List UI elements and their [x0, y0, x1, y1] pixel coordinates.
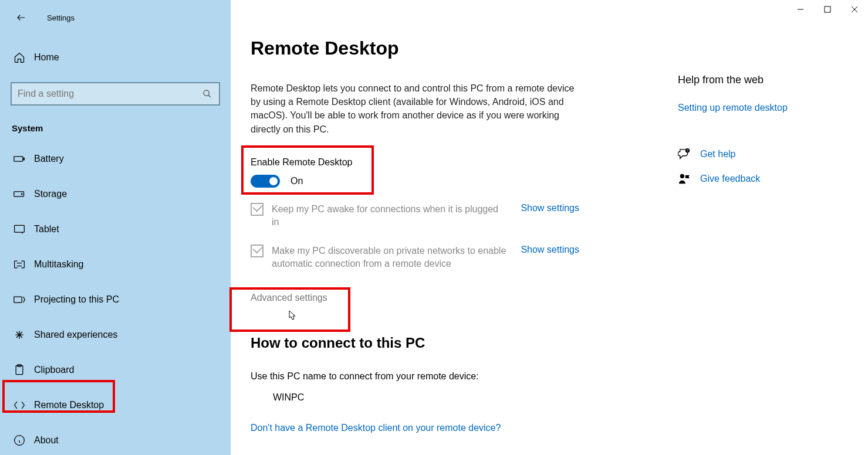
window-controls [787, 0, 868, 19]
nav-label: Tablet [34, 224, 59, 235]
right-panel: Help from the web Setting up remote desk… [678, 74, 848, 185]
page-title: Remote Desktop [251, 38, 868, 59]
shared-icon [13, 329, 26, 341]
sidebar-item-tablet[interactable]: Tablet [0, 212, 231, 247]
multitasking-icon [13, 260, 26, 269]
option2-show-settings[interactable]: Show settings [521, 245, 579, 255]
nav-label: Projecting to this PC [34, 294, 119, 305]
page-description: Remote Desktop lets you connect to and c… [251, 82, 579, 136]
category-label: System [0, 123, 231, 133]
svg-rect-2 [23, 158, 25, 159]
nav-label: Storage [34, 189, 67, 199]
cursor-pointer-icon [285, 310, 297, 324]
nav-label: Shared experiences [34, 330, 117, 340]
no-client-link[interactable]: Don't have a Remote Desktop client on yo… [251, 423, 501, 433]
sidebar-item-storage[interactable]: Storage [0, 176, 231, 212]
svg-point-4 [21, 193, 22, 195]
option2-text: Make my PC discoverable on private netwo… [272, 245, 506, 271]
connect-desc: Use this PC name to connect from your re… [251, 371, 868, 382]
back-button[interactable] [15, 12, 27, 23]
option1-show-settings[interactable]: Show settings [521, 203, 579, 213]
svg-point-12 [680, 174, 684, 178]
setup-remote-link[interactable]: Setting up remote desktop [678, 103, 848, 113]
search-input[interactable] [11, 82, 220, 106]
tablet-icon [13, 225, 26, 234]
sidebar-item-shared[interactable]: Shared experiences [0, 317, 231, 352]
remote-desktop-icon [13, 400, 26, 410]
home-label: Home [34, 52, 59, 63]
advanced-settings-link[interactable]: Advanced settings [251, 293, 327, 303]
connect-title: How to connect to this PC [251, 335, 868, 351]
nav-label: About [34, 435, 59, 446]
help-icon: ? [678, 148, 691, 160]
sidebar-item-remote-desktop[interactable]: Remote Desktop [0, 388, 231, 423]
sidebar-item-home[interactable]: Home [0, 43, 231, 72]
nav-label: Multitasking [34, 259, 83, 270]
sidebar-item-multitasking[interactable]: Multitasking [0, 247, 231, 282]
projecting-icon [13, 295, 26, 304]
battery-icon [13, 155, 26, 163]
svg-rect-1 [14, 157, 23, 161]
home-icon [13, 52, 26, 63]
minimize-button[interactable] [787, 0, 814, 19]
svg-rect-13 [825, 6, 830, 12]
svg-text:?: ? [687, 149, 688, 152]
app-title: Settings [47, 13, 75, 22]
nav-label: Battery [34, 154, 64, 164]
clipboard-icon [13, 364, 26, 376]
sidebar-item-projecting[interactable]: Projecting to this PC [0, 282, 231, 317]
feedback-icon [678, 173, 691, 185]
option1-text: Keep my PC awake for connections when it… [272, 203, 506, 229]
feedback-link[interactable]: Give feedback [700, 174, 760, 184]
option2-checkbox[interactable] [251, 245, 264, 257]
pc-name-value: WINPC [273, 392, 868, 403]
nav-list: Battery Storage Tablet Multitasking Proj… [0, 141, 231, 455]
content-area: Remote Desktop Remote Desktop lets you c… [231, 0, 868, 455]
about-icon [13, 434, 26, 446]
close-button[interactable] [841, 0, 868, 19]
enable-toggle[interactable] [251, 175, 280, 188]
nav-label: Remote Desktop [34, 400, 104, 410]
search-icon [201, 89, 213, 99]
sidebar-item-clipboard[interactable]: Clipboard [0, 352, 231, 388]
get-help-link[interactable]: Get help [700, 149, 735, 159]
svg-rect-6 [14, 297, 22, 303]
search-field[interactable] [18, 89, 201, 99]
storage-icon [13, 190, 26, 198]
sidebar-item-battery[interactable]: Battery [0, 141, 231, 176]
svg-point-0 [204, 90, 209, 96]
toggle-state: On [291, 176, 303, 186]
sidebar-item-about[interactable]: About [0, 423, 231, 455]
nav-label: Clipboard [34, 365, 74, 375]
option1-checkbox[interactable] [251, 203, 264, 216]
svg-rect-5 [15, 225, 25, 232]
help-title: Help from the web [678, 74, 848, 86]
maximize-button[interactable] [814, 0, 841, 19]
sidebar: Settings Home System Battery Storage [0, 0, 231, 455]
